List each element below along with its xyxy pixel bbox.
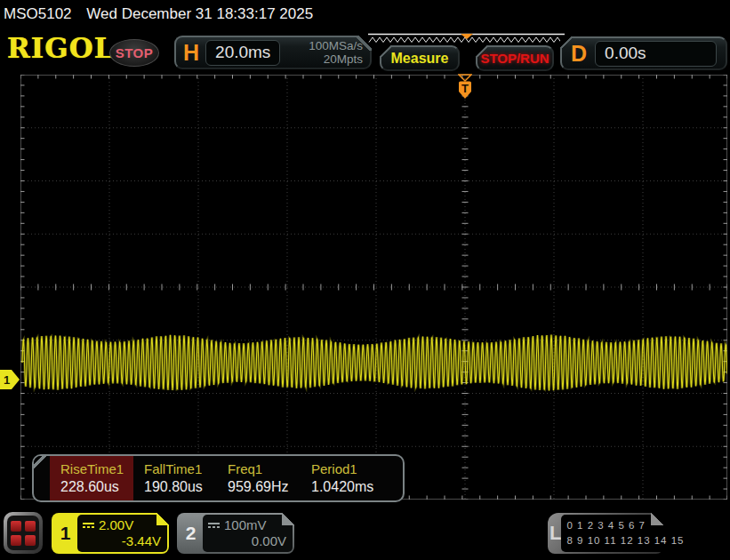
channel-scale: 100mV — [224, 517, 267, 533]
measurement-value: 228.60us — [60, 479, 133, 495]
measurement-value: 1.0420ms — [311, 479, 384, 495]
channel-scale: 2.00V — [99, 517, 133, 533]
measure-button[interactable]: Measure — [380, 45, 460, 71]
trigger-marker-letter: T — [461, 82, 469, 95]
sample-rate: 100MSa/s — [309, 39, 363, 52]
oscilloscope-screen: MSO5102 Wed December 31 18:33:17 2025 RI… — [0, 0, 730, 560]
channel1-marker-number: 1 — [4, 373, 10, 387]
logic-channel-numbers: 0 1 2 3 4 5 6 7 8 9 10 11 12 13 14 15 — [561, 515, 687, 552]
acquisition-status-text: STOP — [116, 45, 154, 60]
measurement-label: RiseTime1 — [60, 461, 133, 476]
grid-icon — [7, 516, 39, 550]
channel1-values: 2.00V -3.44V — [77, 515, 167, 552]
rigol-logo: RIGOL — [7, 32, 115, 64]
dc-coupling-icon — [208, 522, 220, 530]
channel-number: 2 — [179, 515, 203, 552]
channel-number: 1 — [53, 515, 77, 552]
horizontal-panel[interactable]: H 20.0ms 100MSa/s 20Mpts — [174, 36, 372, 69]
channel-offset: -3.44V — [83, 533, 161, 549]
measurement-cell-freq[interactable]: Freq1 959.69Hz — [217, 456, 301, 500]
measurement-cell-falltime[interactable]: FallTime1 190.80us — [133, 456, 217, 500]
logic-analyzer-label: L — [550, 515, 561, 552]
measurement-label: FallTime1 — [144, 461, 217, 476]
waveform-overview-strip[interactable] — [367, 33, 566, 45]
measurement-cell-risetime[interactable]: RiseTime1 228.60us — [50, 456, 133, 500]
memory-depth: 20Mpts — [324, 52, 363, 66]
channel1-offset-marker[interactable]: 1 — [0, 370, 20, 389]
channel2-badge[interactable]: 2 100mV 0.00V — [177, 513, 294, 554]
horizontal-icon: H — [183, 42, 199, 64]
logic-channels-row1: 0 1 2 3 4 5 6 7 — [566, 520, 646, 531]
acquisition-status-badge: STOP — [109, 39, 159, 67]
channel-offset: 0.00V — [208, 533, 286, 549]
timebase-value: 20.0ms — [205, 40, 280, 66]
acquisition-info: 100MSa/s 20Mpts — [309, 39, 363, 66]
menu-grid-button[interactable] — [4, 512, 43, 554]
measure-button-label: Measure — [391, 51, 449, 67]
clock: Wed December 31 18:33:17 2025 — [86, 5, 313, 22]
channel1-badge[interactable]: 1 2.00V -3.44V — [52, 513, 169, 554]
delay-icon: D — [571, 43, 587, 65]
model-name: MSO5102 — [4, 5, 72, 22]
delay-value: 0.00s — [595, 41, 717, 67]
top-status-bar: MSO5102 Wed December 31 18:33:17 2025 — [0, 0, 730, 28]
logic-analyzer-badge[interactable]: L 0 1 2 3 4 5 6 7 8 9 10 11 12 13 14 15 — [548, 513, 663, 554]
measurement-label: Period1 — [311, 461, 384, 476]
measurement-value: 190.80us — [144, 479, 217, 495]
measurement-panel: RiseTime1 228.60us FallTime1 190.80us Fr… — [32, 454, 405, 502]
stop-run-button-label: STOP/RUN — [480, 51, 549, 66]
stop-run-button[interactable]: STOP/RUN — [476, 45, 554, 71]
measurement-label: Freq1 — [228, 461, 301, 476]
logic-channels-row2: 8 9 10 11 12 13 14 15 — [566, 535, 684, 546]
channel2-values: 100mV 0.00V — [203, 515, 293, 552]
trigger-position-marker[interactable]: T — [458, 74, 472, 100]
measurement-value: 959.69Hz — [228, 479, 301, 495]
measurement-cell-period[interactable]: Period1 1.0420ms — [301, 456, 384, 500]
dc-coupling-icon — [83, 522, 94, 530]
delay-panel[interactable]: D 0.00s — [560, 36, 727, 70]
graticule — [20, 75, 727, 500]
